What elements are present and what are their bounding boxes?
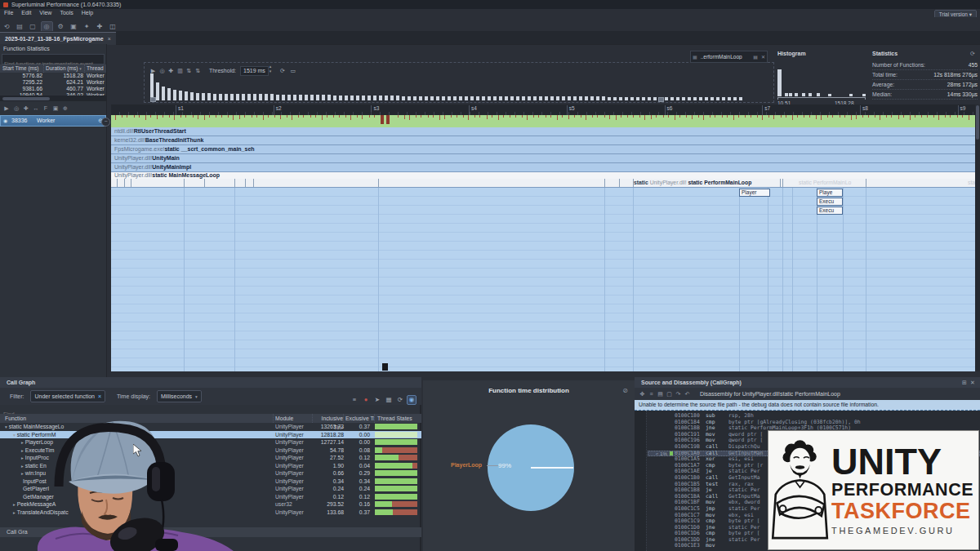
expand-arrow-icon[interactable]: ▸ bbox=[21, 448, 24, 453]
span-box-playe[interactable]: Playe bbox=[817, 189, 843, 197]
col-inclusive-time[interactable]: Inclusive Tin▾ bbox=[313, 414, 344, 423]
frame-icon[interactable]: ▣ bbox=[51, 104, 60, 113]
expand-arrow-icon[interactable]: ▸ bbox=[21, 440, 24, 445]
cpu-activity-track[interactable] bbox=[111, 115, 980, 127]
timeline-hscroll-thumb[interactable] bbox=[382, 363, 388, 371]
eye-icon[interactable]: ◉ bbox=[3, 116, 7, 126]
threshold-bar bbox=[379, 96, 382, 100]
clear-search-icon[interactable]: ✕ bbox=[760, 54, 767, 60]
activity-spike bbox=[474, 115, 475, 118]
function-stats-row[interactable]: 9381.66460.77Worker bbox=[0, 86, 106, 92]
expand-arrow-icon[interactable]: ▸ bbox=[13, 502, 16, 507]
refresh-icon[interactable]: ⟳ bbox=[395, 395, 405, 405]
threshold-bar bbox=[465, 96, 468, 100]
previous-icon[interactable]: ↶ bbox=[683, 388, 692, 400]
goto-icon[interactable]: ✥ bbox=[638, 388, 647, 400]
col-duration[interactable]: Duration (ms) ▾ bbox=[44, 64, 85, 73]
folder-icon[interactable]: ▤ bbox=[751, 54, 760, 60]
segment-divider bbox=[782, 179, 783, 187]
timeline-search-input[interactable] bbox=[699, 53, 752, 60]
document-icon[interactable]: ▢ bbox=[665, 388, 674, 400]
timeline-span-area[interactable]: Player Playe Execu Execu bbox=[111, 188, 980, 371]
callstack-frame[interactable]: UnityPlayer.dll!UnityMainImpl bbox=[111, 163, 980, 172]
callstack-frame[interactable]: FpsMicrogame.exe!static __scrt_common_ma… bbox=[111, 145, 980, 154]
callstack-frame[interactable]: kernel32.dll!BaseThreadInitThunk bbox=[111, 136, 980, 145]
histogram-bar bbox=[828, 94, 831, 96]
collapse-track-icon[interactable]: − bbox=[101, 118, 110, 127]
thread-states-bar bbox=[375, 432, 417, 438]
expand-arrow-icon[interactable]: ▾ bbox=[13, 433, 16, 438]
menu-help[interactable]: Help bbox=[78, 9, 97, 17]
col-exclusive-time[interactable]: Exclusive Time bbox=[344, 414, 375, 423]
inclusive-time: 54.78 bbox=[313, 447, 344, 455]
thread-states-bar bbox=[375, 447, 417, 453]
timeline-vscroll-thumb[interactable] bbox=[976, 105, 979, 140]
span-box-player[interactable]: Player bbox=[739, 189, 770, 197]
ruler-second-label: s2 bbox=[274, 105, 282, 115]
disable-pie-icon[interactable]: ⊘ bbox=[622, 387, 628, 394]
threshold-slider-handle-left[interactable] bbox=[150, 97, 156, 102]
activity-spike bbox=[809, 115, 810, 118]
menu-tools[interactable]: Tools bbox=[56, 9, 77, 17]
histogram-bar bbox=[817, 93, 820, 96]
time-display-dropdown[interactable]: Milliseconds▾ bbox=[157, 390, 202, 402]
function-stats-hscrollbar[interactable] bbox=[0, 96, 106, 101]
record-icon[interactable]: ● bbox=[361, 395, 371, 405]
globe-icon[interactable]: ◉ bbox=[407, 395, 416, 405]
activity-spike bbox=[274, 115, 275, 118]
pie-slice-label[interactable]: PlayerLoop bbox=[451, 462, 482, 468]
perform-mainloop-row[interactable]: static UnityPlayer.dll! static PerformMa… bbox=[111, 179, 980, 188]
activity-spike bbox=[903, 115, 904, 118]
list-icon[interactable]: ≡ bbox=[647, 388, 656, 400]
menu-file[interactable]: File bbox=[0, 9, 17, 17]
threshold-slider-handle-right[interactable] bbox=[658, 97, 664, 102]
col-thread-states[interactable]: Thread States bbox=[375, 414, 421, 423]
expand-arrow-icon[interactable]: ▸ bbox=[13, 510, 16, 515]
col-start-time[interactable]: Start Time (ms) bbox=[0, 64, 44, 73]
timeline-vscrollbar[interactable] bbox=[975, 104, 980, 371]
span-box-execu-1[interactable]: Execu bbox=[817, 198, 843, 206]
tree-icon[interactable]: ≡ bbox=[350, 395, 359, 405]
filter-chip[interactable]: Under selected function× bbox=[30, 390, 105, 402]
close-icon[interactable]: ✕ bbox=[969, 377, 977, 388]
menu-edit[interactable]: Edit bbox=[17, 9, 35, 17]
expand-arrow-icon[interactable]: ▸ bbox=[21, 471, 24, 476]
thread-row-worker[interactable]: ◉ 38336 Worker ⊖ bbox=[0, 115, 106, 127]
threshold-bar bbox=[402, 96, 405, 100]
sort-icon[interactable]: F bbox=[41, 104, 51, 113]
activity-spike bbox=[479, 115, 480, 118]
threshold-bar bbox=[247, 94, 251, 100]
ruler-second-label: s3 bbox=[371, 105, 379, 115]
table-icon[interactable]: ▦ bbox=[384, 395, 394, 405]
tab-session[interactable]: 2025-01-27_11-38-16_FpsMicrogame× bbox=[0, 32, 116, 45]
fit-width-icon[interactable]: ↔ bbox=[31, 104, 41, 113]
chip-close-icon[interactable]: × bbox=[98, 393, 101, 399]
statistics-refresh-icon[interactable]: ⟳ bbox=[970, 51, 975, 57]
columns-icon[interactable]: ▤ bbox=[656, 388, 665, 400]
maximize-icon[interactable]: ⊞ bbox=[960, 377, 969, 388]
pan-icon[interactable]: ✚ bbox=[21, 104, 31, 113]
col-thread[interactable]: Thread bbox=[85, 64, 106, 73]
expand-arrow-icon[interactable]: ▾ bbox=[5, 424, 7, 429]
zoom-icon[interactable]: ◎ bbox=[11, 104, 21, 113]
callstack-frame[interactable]: UnityPlayer.dll!UnityMain bbox=[111, 154, 980, 163]
tab-close-icon[interactable]: × bbox=[108, 36, 111, 42]
col-module[interactable]: Module bbox=[274, 414, 313, 423]
function-stats-row[interactable]: 7295.22624.21Worker bbox=[0, 79, 106, 86]
scrollbar-thumb[interactable] bbox=[2, 97, 50, 100]
menu-view[interactable]: View bbox=[35, 9, 56, 17]
sample-percent bbox=[648, 475, 667, 482]
pick-icon[interactable]: ➤ bbox=[372, 395, 382, 405]
threshold-spinner[interactable]: ▴▾ bbox=[270, 64, 272, 73]
expand-arrow-icon[interactable]: ▸ bbox=[21, 464, 24, 469]
activity-spike bbox=[762, 115, 763, 120]
function-stats-row[interactable]: 5776.821518.28Worker bbox=[0, 73, 106, 79]
next-icon[interactable]: ↷ bbox=[674, 388, 683, 400]
callstack-frame[interactable]: ntdll.dll!RtlUserThreadStart bbox=[111, 127, 980, 136]
timeline-ruler[interactable]: s1s2s3s4s5s6s7s8s9 bbox=[111, 104, 980, 116]
add-filter-icon[interactable]: ⊕ bbox=[60, 104, 70, 113]
activity-spike bbox=[174, 115, 175, 120]
select-icon[interactable]: ▶ bbox=[2, 104, 11, 113]
span-box-execu-2[interactable]: Execu bbox=[817, 207, 843, 215]
expand-arrow-icon[interactable]: ▸ bbox=[21, 455, 24, 460]
